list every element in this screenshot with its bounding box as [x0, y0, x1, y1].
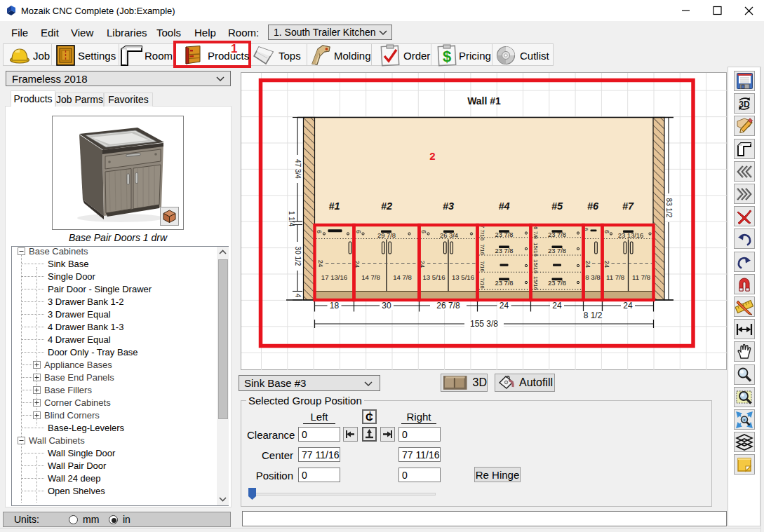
svg-text:11 7/8: 11 7/8 — [632, 273, 650, 281]
svg-text:Wall #1: Wall #1 — [467, 95, 501, 107]
svg-text:23 7/8: 23 7/8 — [548, 247, 566, 254]
svg-text:15/16: 15/16 — [532, 276, 539, 291]
svg-text:2: 2 — [429, 150, 435, 162]
svg-text:6: 6 — [316, 230, 323, 233]
svg-text:13 5/16: 13 5/16 — [422, 273, 445, 281]
svg-text:23 7/8: 23 7/8 — [495, 279, 513, 287]
svg-text:23 7/8: 23 7/8 — [548, 231, 566, 238]
svg-text:x: x — [744, 418, 746, 422]
svg-text:7/16: 7/16 — [479, 278, 485, 289]
svg-text:24: 24 — [317, 260, 324, 267]
svg-text:23 7/8: 23 7/8 — [495, 231, 513, 238]
svg-text:26 7/8: 26 7/8 — [436, 301, 460, 311]
svg-text:24: 24 — [584, 261, 591, 268]
svg-text:47 3/4: 47 3/4 — [294, 159, 302, 179]
svg-text:13 5/16: 13 5/16 — [452, 273, 474, 281]
svg-text:18: 18 — [330, 301, 340, 311]
svg-text:#5: #5 — [551, 200, 563, 212]
svg-text:23 7/8: 23 7/8 — [495, 247, 513, 254]
svg-text:24: 24 — [623, 301, 633, 311]
svg-text:#7: #7 — [622, 200, 634, 212]
svg-text:#2: #2 — [381, 200, 392, 212]
svg-text:23 7/8: 23 7/8 — [548, 279, 566, 287]
svg-text:17 13/16: 17 13/16 — [321, 273, 347, 281]
svg-text:155 3/8: 155 3/8 — [470, 319, 498, 329]
svg-text:15/16: 15/16 — [532, 259, 539, 274]
svg-text:83 1/2: 83 1/2 — [665, 198, 673, 218]
svg-text:14 7/8: 14 7/8 — [361, 273, 380, 281]
svg-text:6: 6 — [420, 230, 427, 233]
svg-text:30: 30 — [382, 301, 391, 311]
svg-text:29 7/8: 29 7/8 — [377, 231, 396, 239]
svg-text:6: 6 — [603, 230, 610, 233]
svg-text:#6: #6 — [587, 200, 599, 212]
svg-text:15/16: 15/16 — [532, 243, 539, 257]
svg-text:7 7/16: 7 7/16 — [479, 225, 485, 241]
svg-text:6 7/8: 6 7/8 — [532, 226, 539, 239]
svg-text:7/16: 7/16 — [479, 261, 485, 272]
svg-text:8 1/2: 8 1/2 — [584, 311, 603, 320]
svg-text:24: 24 — [552, 301, 562, 311]
svg-text:24: 24 — [500, 301, 509, 311]
svg-text:11 7/8: 11 7/8 — [606, 273, 624, 281]
svg-text:24: 24 — [603, 261, 610, 268]
svg-text:23 13/16: 23 13/16 — [618, 231, 644, 239]
svg-text:6: 6 — [355, 230, 362, 233]
svg-text:30 1/2: 30 1/2 — [294, 247, 302, 266]
svg-text:4: 4 — [294, 294, 302, 298]
svg-text:#4: #4 — [498, 200, 509, 212]
svg-text:26 3/4: 26 3/4 — [440, 231, 458, 239]
svg-text:8 3/8: 8 3/8 — [585, 273, 600, 281]
svg-text:#1: #1 — [328, 200, 340, 212]
svg-text:1 1/4: 1 1/4 — [288, 211, 295, 227]
svg-text:$: $ — [443, 48, 451, 65]
svg-text:14 7/8: 14 7/8 — [393, 273, 412, 281]
svg-text:7/16: 7/16 — [479, 244, 485, 255]
svg-text:#3: #3 — [443, 200, 454, 212]
